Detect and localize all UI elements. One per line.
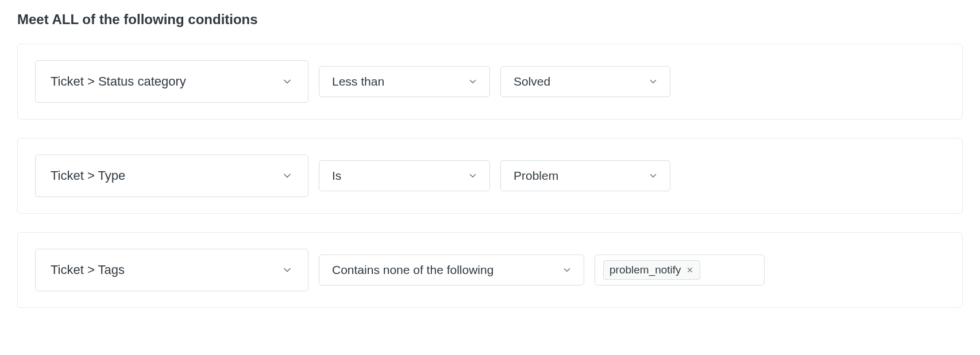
chevron-down-icon: [468, 171, 478, 181]
chevron-down-icon: [281, 264, 293, 276]
section-title: Meet ALL of the following conditions: [17, 11, 963, 28]
condition-row: Ticket > Status category Less than Solve…: [17, 44, 963, 119]
condition-field-select[interactable]: Ticket > Status category: [35, 60, 308, 103]
condition-field-label: Ticket > Status category: [51, 74, 186, 89]
chevron-down-icon: [562, 265, 572, 275]
condition-tags-input[interactable]: problem_notify: [595, 254, 765, 285]
condition-field-label: Ticket > Tags: [51, 263, 125, 277]
condition-value-select[interactable]: Problem: [500, 160, 670, 191]
condition-field-select[interactable]: Ticket > Type: [35, 155, 308, 197]
condition-field-select[interactable]: Ticket > Tags: [35, 249, 308, 291]
chevron-down-icon: [468, 76, 478, 87]
chevron-down-icon: [281, 76, 293, 87]
chevron-down-icon: [281, 170, 293, 182]
tag-chip-label: problem_notify: [609, 264, 681, 276]
condition-value-select[interactable]: Solved: [500, 66, 670, 97]
condition-operator-select[interactable]: Less than: [319, 66, 490, 97]
condition-value-label: Problem: [514, 169, 558, 183]
close-icon: [686, 266, 694, 274]
tag-chip: problem_notify: [603, 260, 700, 280]
condition-operator-select[interactable]: Contains none of the following: [319, 254, 584, 285]
condition-row: Ticket > Tags Contains none of the follo…: [17, 232, 963, 308]
condition-operator-label: Less than: [332, 75, 384, 88]
chevron-down-icon: [648, 76, 658, 87]
tag-remove-button[interactable]: [686, 266, 694, 274]
condition-operator-select[interactable]: Is: [319, 160, 490, 191]
condition-operator-label: Is: [332, 169, 341, 183]
condition-row: Ticket > Type Is Problem: [17, 138, 963, 214]
condition-field-label: Ticket > Type: [51, 168, 125, 183]
condition-value-label: Solved: [514, 75, 550, 88]
chevron-down-icon: [648, 171, 658, 181]
condition-operator-label: Contains none of the following: [332, 263, 493, 277]
